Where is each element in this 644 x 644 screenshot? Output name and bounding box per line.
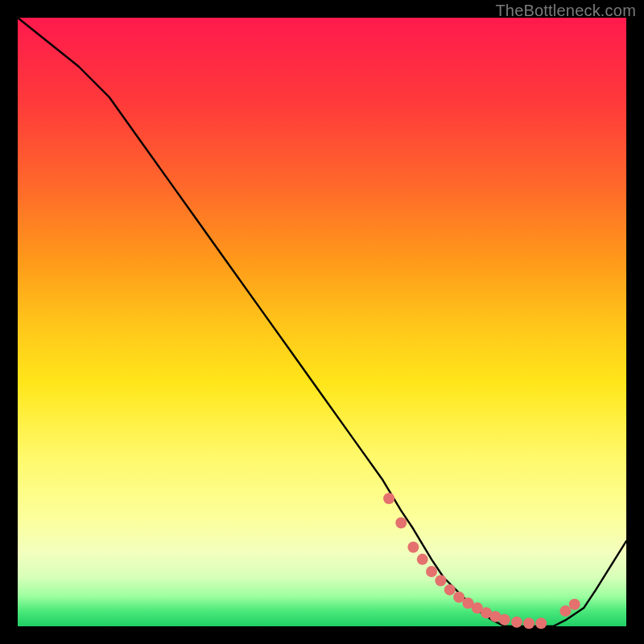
- highlight-markers: [383, 493, 580, 629]
- plot-area: [18, 18, 626, 626]
- highlight-point: [511, 617, 522, 628]
- highlight-point: [523, 617, 535, 629]
- highlight-point: [395, 517, 407, 528]
- bottleneck-curve: [18, 18, 626, 626]
- highlight-point: [417, 554, 428, 565]
- attribution-text: TheBottleneck.com: [495, 2, 636, 20]
- highlight-point: [569, 599, 580, 610]
- highlight-point: [535, 617, 547, 629]
- highlight-point: [426, 566, 437, 577]
- chart-frame: TheBottleneck.com: [0, 0, 644, 644]
- highlight-point: [407, 542, 419, 553]
- highlight-point: [435, 575, 446, 586]
- highlight-point: [559, 605, 571, 617]
- highlight-point: [499, 614, 510, 625]
- curve-layer: [18, 18, 626, 626]
- highlight-point: [444, 584, 456, 596]
- highlight-point: [383, 493, 394, 504]
